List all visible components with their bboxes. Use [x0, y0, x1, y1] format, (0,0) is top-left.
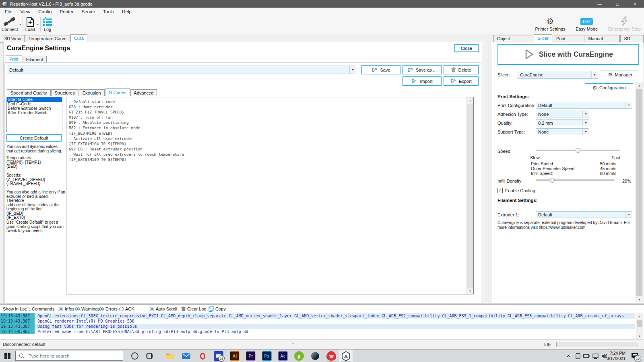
- app-58-button[interactable]: 58: [212, 350, 225, 362]
- scroll-up-icon[interactable]: ▴: [636, 313, 643, 319]
- menu-view[interactable]: View: [17, 9, 35, 14]
- aftereffects-button[interactable]: Ae: [276, 350, 290, 362]
- list-item-after-extruder-switch[interactable]: After Extruder Switch: [7, 111, 62, 115]
- save-as-button[interactable]: Save as ...: [402, 65, 442, 74]
- filter-auto-scroll[interactable]: Auto Scroll: [150, 305, 177, 313]
- tab-slicer[interactable]: Slicer: [534, 34, 552, 42]
- save-button[interactable]: Save: [361, 65, 400, 74]
- repetier-host-button[interactable]: [339, 350, 353, 362]
- slider-track[interactable]: [536, 179, 615, 181]
- adhesion-type-combo[interactable]: None ▾: [536, 111, 589, 117]
- chevron-down-icon[interactable]: ▾: [625, 102, 632, 108]
- menu-printer[interactable]: Printer: [56, 9, 78, 14]
- radio-icon[interactable]: [150, 307, 154, 311]
- tab-temperature-curve[interactable]: Temperature Curve: [25, 35, 70, 42]
- export-button[interactable]: Export: [444, 76, 479, 86]
- illustrator-button[interactable]: Ai: [228, 350, 242, 362]
- cinema4d-button[interactable]: [308, 350, 322, 362]
- maximize-button[interactable]: □: [609, 0, 626, 8]
- log-entry[interactable]: 19:14:00.987 Preferred name from E:\ART_…: [0, 329, 635, 334]
- slice-button[interactable]: Slice with CuraEngine: [497, 44, 639, 65]
- menu-config[interactable]: Config: [34, 9, 56, 14]
- chevron-down-icon[interactable]: ▾: [582, 129, 589, 135]
- tray-battery-button[interactable]: [582, 350, 591, 362]
- import-button[interactable]: Import: [402, 76, 442, 86]
- subtab-speed-quality[interactable]: Speed and Quality: [7, 89, 51, 96]
- panel-splitter[interactable]: [482, 42, 492, 303]
- filter-commands[interactable]: Commands: [26, 305, 54, 313]
- connect-dropdown-arrow[interactable]: ▾: [19, 23, 21, 26]
- slicer-panel-scrollbar[interactable]: ▴ ▾: [636, 82, 643, 302]
- log-rows[interactable]: 19:13:43.387 OpenGL extensions:GL_3DFX_t…: [0, 313, 635, 334]
- log-toggle-button[interactable]: Log: [41, 16, 54, 32]
- editor-scrollbar[interactable]: ▴ ▾: [466, 97, 473, 294]
- profile-combo[interactable]: Default ▾: [7, 66, 356, 74]
- tab-sd-card[interactable]: SD Card: [620, 35, 644, 42]
- tab-filament[interactable]: Filament: [23, 56, 47, 63]
- tab-3d-view[interactable]: 3D View: [1, 35, 25, 42]
- close-window-button[interactable]: ×: [626, 0, 644, 8]
- tray-network-button[interactable]: [591, 350, 600, 362]
- clear-log-button[interactable]: Clear Log: [181, 305, 206, 313]
- load-button[interactable]: Load: [24, 16, 36, 32]
- slider-thumb[interactable]: [576, 148, 580, 153]
- cortana-button[interactable]: [128, 350, 142, 362]
- filter-infos[interactable]: Infos: [59, 305, 74, 313]
- close-button[interactable]: Close: [454, 44, 479, 52]
- subtab-gcodes[interactable]: G-Codes: [105, 88, 130, 96]
- menu-file[interactable]: File: [1, 9, 17, 14]
- menu-server[interactable]: Server: [77, 9, 99, 14]
- menu-help[interactable]: Help: [118, 9, 136, 14]
- scrollbar-thumb[interactable]: [637, 320, 642, 327]
- radio-icon[interactable]: [99, 307, 104, 311]
- copy-button[interactable]: Copy: [208, 305, 226, 313]
- configuration-button[interactable]: ⚙ Configuration: [585, 83, 633, 92]
- expressvpn-button[interactable]: [324, 350, 338, 362]
- slider-thumb[interactable]: [550, 178, 555, 183]
- filter-warnings[interactable]: Warnings: [75, 305, 100, 313]
- scroll-down-icon[interactable]: ▾: [467, 288, 473, 294]
- manager-button[interactable]: ⚙ Manager: [601, 70, 639, 79]
- tab-manual-control[interactable]: Manual Control: [585, 35, 620, 42]
- start-button[interactable]: [0, 350, 14, 362]
- load-dropdown-arrow[interactable]: ▾: [37, 23, 39, 26]
- scroll-down-icon[interactable]: ▾: [636, 296, 643, 302]
- tab-print-preview[interactable]: Print Preview: [553, 35, 584, 42]
- extruder1-combo[interactable]: Default ▾: [536, 211, 632, 218]
- connect-button[interactable]: Connect: [1, 16, 19, 32]
- scrollbar-thumb[interactable]: [636, 89, 642, 296]
- log-entry[interactable]: 19:13:43.387 OpenGL renderer:Intel(R) HD…: [0, 319, 635, 324]
- minimize-button[interactable]: —: [591, 0, 609, 8]
- tab-cura[interactable]: Cura: [70, 34, 87, 42]
- easy-mode-button[interactable]: EASY Easy Mode: [572, 16, 602, 31]
- speed-slider[interactable]: [536, 148, 620, 153]
- scroll-down-icon[interactable]: ▾: [636, 333, 643, 339]
- quality-combo[interactable]: 0.2 mm ▾: [536, 119, 589, 126]
- scroll-up-icon[interactable]: ▴: [636, 82, 643, 88]
- log-entry[interactable]: 19:13:43.387 OpenGL extensions:GL_3DFX_t…: [0, 313, 635, 319]
- radio-icon[interactable]: [26, 307, 30, 311]
- tab-print[interactable]: Print: [6, 55, 22, 63]
- tab-object-placement[interactable]: Object Placement: [493, 35, 533, 42]
- support-type-combo[interactable]: None ▾: [536, 128, 589, 135]
- filter-errors[interactable]: Errors: [99, 305, 118, 313]
- chevron-down-icon[interactable]: ▾: [591, 71, 598, 78]
- taskbar-search[interactable]: [15, 351, 123, 361]
- radio-icon[interactable]: [119, 307, 124, 311]
- menu-tools[interactable]: Tools: [99, 9, 118, 14]
- opera-button[interactable]: [196, 350, 209, 362]
- radio-icon[interactable]: [59, 307, 63, 311]
- tray-expand-button[interactable]: [564, 350, 573, 362]
- print-configuration-combo[interactable]: Default ▾: [536, 102, 632, 109]
- chevron-down-icon[interactable]: ▾: [349, 66, 356, 74]
- printer-settings-button[interactable]: ⚙ Printer Settings: [535, 16, 565, 31]
- photoshop-button[interactable]: Ps: [260, 350, 274, 362]
- enable-cooling-checkbox[interactable]: ✓: [497, 188, 503, 193]
- premiere-button[interactable]: Pr: [244, 350, 258, 362]
- infill-density-slider[interactable]: [536, 177, 615, 183]
- slicer-engine-combo[interactable]: CuraEngine ▾: [518, 71, 598, 79]
- chevron-down-icon[interactable]: ▾: [582, 111, 589, 117]
- filter-ack[interactable]: ACK: [119, 305, 134, 313]
- gcode-text[interactable]: ; Default start code G28 ; Home extruder…: [66, 97, 473, 164]
- gcode-editor[interactable]: ; Default start code G28 ; Home extruder…: [66, 97, 474, 294]
